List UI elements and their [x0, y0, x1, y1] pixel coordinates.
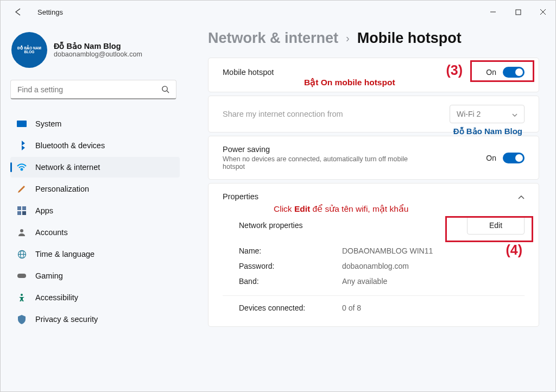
svg-rect-16	[17, 274, 26, 278]
svg-rect-6	[17, 121, 27, 127]
chevron-up-icon[interactable]	[518, 192, 525, 201]
svg-rect-10	[17, 211, 21, 215]
search-icon	[161, 85, 169, 93]
apps-icon	[17, 206, 27, 216]
sidebar-item-accessibility[interactable]: Accessibility	[10, 287, 180, 308]
annotation-text-4: Click Edit để sửa tên wifi, mật khẩu	[274, 204, 408, 214]
network-properties-label: Network properties	[239, 221, 342, 230]
svg-point-17	[21, 294, 23, 296]
sidebar-item-label: Apps	[35, 206, 53, 215]
bluetooth-icon	[17, 141, 27, 150]
globe-icon	[17, 249, 27, 259]
profile-email: dobaonamblog@outlook.com	[54, 50, 142, 58]
sidebar-item-label: Gaming	[35, 271, 63, 280]
hotspot-card: Mobile hotspot On (3) Bật On mobile hots…	[208, 58, 539, 92]
page-title: Mobile hotspot	[357, 30, 462, 47]
sidebar-item-label: Bluetooth & devices	[35, 141, 105, 150]
svg-point-4	[162, 86, 167, 91]
hotspot-label: Mobile hotspot	[223, 68, 274, 77]
power-label: Power saving	[223, 145, 418, 154]
hotspot-toggle[interactable]	[503, 67, 525, 78]
band-value: Any available	[342, 277, 387, 286]
maximize-button[interactable]	[506, 1, 530, 23]
svg-rect-8	[17, 206, 21, 210]
devices-value: 0 of 8	[342, 304, 361, 312]
sidebar-item-bluetooth[interactable]: Bluetooth & devices	[10, 135, 180, 156]
system-icon	[17, 119, 27, 129]
annotation-text-3: Bật On mobile hotspot	[304, 78, 395, 87]
accessibility-icon	[17, 293, 27, 302]
band-label: Band:	[239, 277, 342, 286]
annotation-step-3: (3)	[446, 62, 463, 78]
sidebar-item-label: Time & language	[35, 250, 94, 258]
sidebar-item-system[interactable]: System	[10, 113, 180, 134]
svg-rect-9	[22, 206, 26, 210]
power-card: Đỗ Bảo Nam Blog Power saving When no dev…	[208, 136, 539, 180]
svg-point-7	[21, 169, 23, 170]
power-toggle[interactable]	[503, 153, 525, 163]
back-button[interactable]	[14, 8, 22, 16]
edit-button[interactable]: Edit	[467, 216, 525, 235]
sidebar-item-label: Network & internet	[35, 163, 100, 172]
paintbrush-icon	[17, 184, 27, 194]
hotspot-state-label: On	[486, 68, 496, 77]
svg-rect-11	[22, 211, 26, 215]
profile-block[interactable]: ĐỖ BẢO NAM BLOG Đỗ Bảo Nam Blog dobaonam…	[11, 32, 180, 68]
name-label: Name:	[239, 246, 342, 255]
chevron-down-icon	[512, 110, 517, 118]
share-value: Wi-Fi 2	[457, 110, 481, 118]
breadcrumb: Network & internet › Mobile hotspot	[208, 30, 539, 47]
watermark: Đỗ Bảo Nam Blog	[453, 127, 522, 136]
search-input[interactable]	[17, 85, 161, 94]
person-icon	[17, 227, 27, 237]
svg-rect-1	[516, 10, 521, 15]
annotation-step-4: (4)	[506, 242, 522, 258]
power-state-label: On	[486, 154, 496, 162]
wifi-icon	[17, 162, 27, 172]
profile-name: Đỗ Bảo Nam Blog	[54, 42, 142, 50]
sidebar-item-label: System	[35, 119, 61, 128]
sidebar-item-accounts[interactable]: Accounts	[10, 222, 180, 243]
properties-card: Properties Click Edit để sửa tên wifi, m…	[208, 183, 539, 327]
sidebar-item-network[interactable]: Network & internet	[10, 157, 180, 178]
sidebar-item-time-language[interactable]: Time & language	[10, 244, 180, 264]
properties-header: Properties	[223, 192, 258, 201]
breadcrumb-parent[interactable]: Network & internet	[208, 30, 338, 47]
minimize-button[interactable]	[481, 1, 506, 23]
svg-line-5	[167, 91, 169, 93]
sidebar-item-gaming[interactable]: Gaming	[10, 265, 180, 286]
sidebar-item-label: Accessibility	[35, 293, 78, 302]
avatar: ĐỖ BẢO NAM BLOG	[11, 32, 47, 68]
devices-label: Devices connected:	[239, 304, 342, 312]
sidebar-item-label: Accounts	[35, 228, 68, 237]
shield-icon	[17, 314, 27, 324]
share-label: Share my internet connection from	[223, 110, 343, 118]
share-select[interactable]: Wi-Fi 2	[450, 105, 525, 123]
sidebar-item-apps[interactable]: Apps	[10, 200, 180, 221]
password-value: dobaonamblog.com	[342, 262, 409, 270]
app-title: Settings	[37, 8, 63, 16]
close-button[interactable]	[530, 1, 555, 23]
sidebar-item-label: Personalization	[35, 185, 89, 193]
password-label: Password:	[239, 262, 342, 270]
sidebar-item-personalization[interactable]: Personalization	[10, 179, 180, 199]
sidebar-item-label: Privacy & security	[35, 315, 98, 324]
search-box[interactable]	[10, 80, 176, 99]
sidebar-item-privacy[interactable]: Privacy & security	[10, 309, 180, 330]
name-value: DOBAONAMBLOG WIN11	[342, 246, 433, 255]
chevron-right-icon: ›	[346, 32, 350, 45]
power-sub: When no devices are connected, automatic…	[223, 155, 418, 170]
svg-point-12	[20, 229, 23, 232]
gamepad-icon	[17, 271, 27, 281]
